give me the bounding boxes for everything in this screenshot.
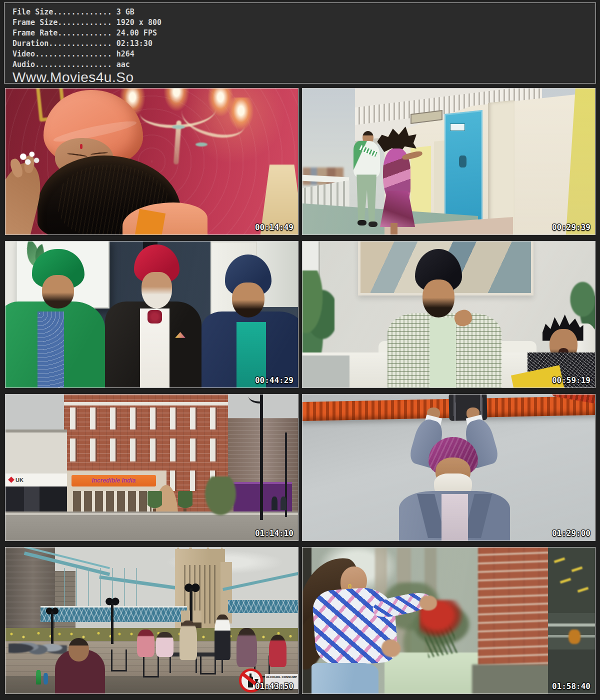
scene7-maroon-turban-man — [137, 630, 154, 657]
timestamp-badge: 01:58:40 — [552, 682, 590, 690]
media-info-panel: File Size.............3 GB Frame Size...… — [4, 2, 596, 84]
meta-row-duration: Duration..............02:13:30 — [12, 38, 596, 49]
meta-label: Audio................. — [12, 60, 112, 69]
scene7-seated-crowd — [8, 635, 67, 662]
scene4-plant-left — [302, 270, 334, 358]
scene3-man3-face — [232, 282, 264, 318]
scene5-window-row — [70, 438, 222, 462]
scene7-cable-hangers — [64, 568, 140, 606]
scene1-white-flowers — [14, 148, 44, 169]
scene1-saffron-sash — [135, 209, 166, 234]
timestamp-badge: 00:14:49 — [255, 224, 294, 232]
meta-row-video: Video.................h264 — [12, 49, 596, 60]
scene5-lamp-post — [260, 394, 263, 520]
meta-label: Frame Rate............ — [12, 28, 112, 38]
scene7-bridge-deck — [40, 606, 187, 622]
thumbnail-8-woman-flowers: 01:58:40 — [302, 547, 596, 694]
scene1-candle-glow — [228, 98, 254, 130]
scene8-brick-base-blur — [472, 664, 554, 694]
meta-value: h264 — [116, 50, 134, 58]
scene7-suspension-cable — [222, 571, 298, 591]
thumbnail-4-sofa-men: 00:59:19 — [302, 241, 596, 388]
scene3-man1-blue-shirt — [38, 312, 64, 388]
scene6-shirt — [442, 494, 468, 540]
scene5-red-shop-logo — [8, 476, 14, 483]
scene8-distant-figure — [568, 630, 580, 644]
scene5-uk-shop-fascia: UK — [6, 474, 67, 486]
scene7-blue-bottle — [44, 673, 48, 684]
thumbnail-7-tower-bridge-cafe: ALCOHOL CONSUMPTION IS INJURIOUS 01:43:5… — [5, 547, 298, 694]
meta-value: 02:13:30 — [116, 39, 152, 48]
scene1-candle-glow — [164, 88, 190, 112]
meta-row-frame-size: Frame Size............1920 x 800 — [12, 18, 596, 28]
scene7-foreground-man-head — [68, 638, 89, 662]
scene2-man-track-jacket — [354, 141, 380, 178]
scene5-restaurant-windows — [73, 491, 152, 512]
meta-row-file-size: File Size.............3 GB — [12, 7, 596, 18]
scene2-woman-leg — [390, 223, 398, 234]
scene5-kerb — [6, 513, 298, 515]
scene8-pale-green-planter — [384, 652, 484, 694]
scene3-man2-cravat — [148, 310, 162, 323]
scene5-pedestrian — [272, 496, 278, 510]
scene7-bridge-deck — [228, 600, 298, 613]
meta-value: 24.00 FPS — [116, 28, 157, 38]
meta-label: Duration.............. — [12, 39, 112, 48]
meta-label: Video................. — [12, 50, 112, 58]
scene7-lamp-pole — [111, 603, 114, 644]
scene5-street: UK Incredible India — [6, 394, 298, 540]
timestamp-badge: 00:44:29 — [255, 376, 294, 384]
timestamp-badge: 01:29:00 — [552, 530, 590, 538]
scene2-door-plate — [450, 124, 464, 131]
meta-row-frame-rate: Frame Rate............24.00 FPS — [12, 28, 596, 38]
scene1-tilak-mark — [80, 144, 82, 149]
timestamp-badge: 01:43:50 — [255, 682, 294, 690]
scene2-promenade — [302, 88, 595, 234]
scene1-room — [6, 88, 298, 234]
timestamp-badge: 00:59:19 — [552, 376, 590, 384]
scene4-man1-sage-shirt — [430, 318, 456, 388]
meta-value: 3 GB — [116, 8, 134, 16]
scene4-man1-face — [422, 280, 454, 318]
scene2-door-latch — [459, 156, 466, 167]
scene5-pedestrian — [280, 496, 286, 510]
thumbnail-3-three-men: 00:44:29 — [5, 241, 298, 388]
meta-label: File Size............. — [12, 8, 112, 16]
scene7-cafe-chair — [111, 650, 127, 672]
timestamp-badge: 00:29:39 — [552, 224, 590, 232]
scene7-woman-floral-dress — [236, 628, 257, 668]
scene8-hoop-earring — [348, 584, 352, 588]
scene1-glass-bobeche — [172, 125, 185, 129]
scene8-throwing-hand — [420, 596, 437, 610]
scene4-living-room — [302, 242, 595, 388]
scene8-railing — [548, 624, 595, 626]
scene5-cornice — [64, 402, 228, 406]
scene2-sneaker — [358, 220, 366, 226]
scene5-window-row — [70, 408, 222, 430]
scene8-street-glass — [302, 548, 595, 694]
scene5-dark-shop-window — [6, 486, 67, 514]
scene2-white-door — [488, 100, 514, 234]
scene7-woman-in-pink — [156, 632, 174, 657]
scene8-blurred-brick-pillar — [478, 548, 551, 672]
scene3-room — [6, 242, 298, 388]
scene7-waiter-black-vest — [214, 614, 230, 660]
scene5-street-tree — [202, 476, 240, 520]
scene6-sky — [302, 394, 595, 540]
scene5-road — [6, 512, 298, 540]
scene2-sneaker — [368, 222, 378, 228]
thumbnail-5-london-street: UK Incredible India 01:14:10 — [5, 394, 298, 541]
scene4-grey-throw — [302, 356, 350, 388]
scene5-uk-shop-text: UK — [16, 477, 24, 483]
thumbnail-2-beach-huts: 00:29:39 — [302, 88, 596, 235]
meta-row-audio: Audio.................aac — [12, 60, 596, 70]
thumbnail-1-sadhu-chandelier: 00:14:49 — [5, 88, 298, 235]
timestamp-badge: 01:14:10 — [255, 530, 294, 538]
meta-value: aac — [116, 60, 130, 69]
thumbnail-6-hanging-pipe: 01:29:00 — [302, 394, 596, 541]
scene1-glass-bobeche — [196, 142, 208, 146]
scene8-blue-jeans — [312, 663, 379, 694]
meta-value: 1920 x 800 — [116, 18, 162, 27]
meta-label: Frame Size............ — [12, 18, 112, 27]
scene7-man-red-shirt — [269, 635, 286, 667]
